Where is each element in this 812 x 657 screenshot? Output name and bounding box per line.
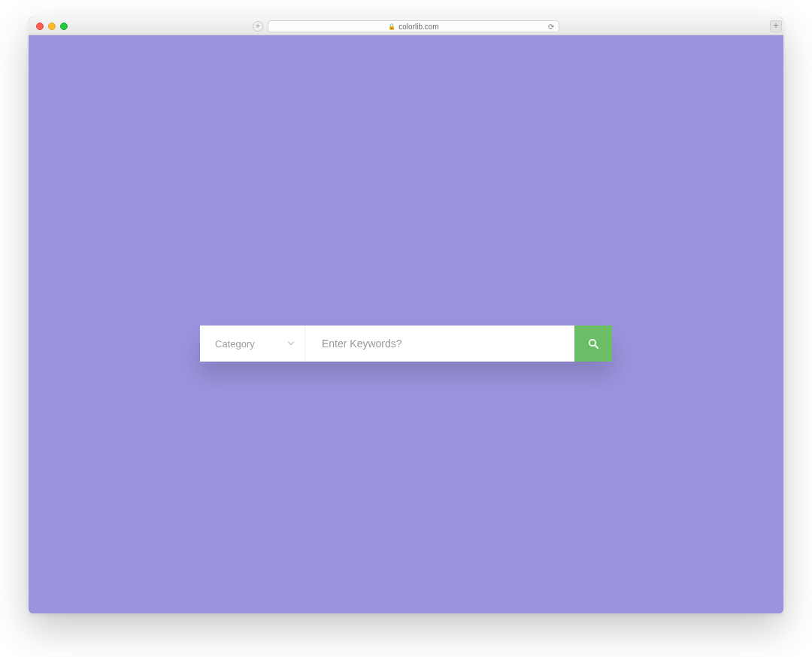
lock-icon: 🔒 [388, 23, 395, 30]
reload-icon[interactable]: ⟳ [548, 23, 554, 31]
search-button[interactable] [574, 325, 612, 362]
category-select-label: Category [215, 338, 255, 350]
keywords-input-wrap [305, 325, 574, 362]
new-tab-button[interactable]: + [770, 20, 782, 32]
zoom-window-button[interactable] [60, 23, 68, 30]
close-window-button[interactable] [36, 23, 44, 30]
page-viewport: Category [29, 35, 783, 613]
svg-line-1 [595, 345, 598, 348]
category-select[interactable]: Category [200, 325, 305, 362]
keywords-input[interactable] [322, 338, 574, 350]
titlebar: + 🔒 colorlib.com ⟳ + [29, 17, 783, 35]
address-bar-group: + 🔒 colorlib.com ⟳ [253, 20, 559, 32]
minimize-window-button[interactable] [48, 23, 56, 30]
browser-window: + 🔒 colorlib.com ⟳ + Category [29, 17, 783, 613]
search-widget: Category [200, 325, 612, 362]
traffic-lights [36, 23, 68, 30]
address-bar-url: colorlib.com [398, 23, 438, 31]
chevron-down-icon [288, 342, 294, 346]
address-bar[interactable]: 🔒 colorlib.com ⟳ [268, 20, 559, 32]
reader-website-settings-button[interactable]: + [253, 21, 263, 32]
search-icon [588, 338, 598, 349]
